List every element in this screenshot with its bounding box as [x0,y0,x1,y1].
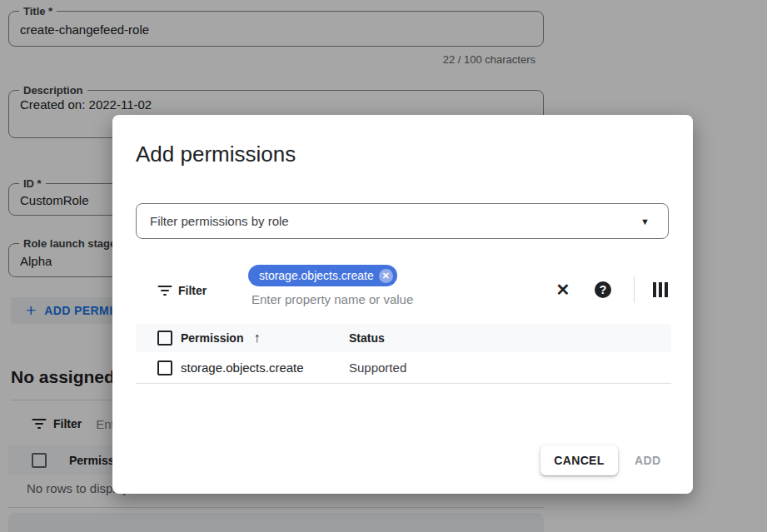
chevron-down-icon: ▼ [640,216,650,226]
filter-chip-label: storage.objects.create [259,269,374,282]
help-icon: ? [595,281,611,298]
help-button[interactable]: ? [588,275,618,305]
status-column-header[interactable]: Status [349,331,671,345]
add-permissions-dialog: Add permissions Filter permissions by ro… [112,115,693,494]
row-permission-cell: storage.objects.create [181,360,349,375]
dialog-filter-group[interactable]: Filter [157,284,207,297]
add-button[interactable]: ADD [635,445,660,475]
column-options-button[interactable] [645,275,675,305]
select-all-checkbox[interactable] [157,331,172,346]
sort-ascending-icon[interactable]: ↑ [253,331,260,346]
close-icon: ✕ [556,280,570,300]
dialog-title: Add permissions [136,142,296,167]
permissions-table: Permission ↑ Status storage.objects.crea… [136,324,671,384]
dialog-filter-toolbar: Filter storage.objects.create ✕ ✕ ? [136,261,671,325]
dialog-filter-label: Filter [178,284,207,297]
permission-column-header[interactable]: Permission [181,331,243,345]
chip-remove-icon[interactable]: ✕ [379,269,393,283]
row-status-cell: Supported [349,360,671,375]
dialog-filter-input[interactable] [252,292,468,306]
filter-permissions-by-role-select[interactable]: Filter permissions by role ▼ [136,203,669,239]
filter-icon [157,286,172,296]
filter-chip[interactable]: storage.objects.create ✕ [248,265,397,286]
row-checkbox[interactable] [157,360,172,375]
toolbar-divider [634,276,635,303]
clear-filter-button[interactable]: ✕ [548,275,578,305]
permissions-table-header: Permission ↑ Status [136,324,671,352]
role-select-placeholder: Filter permissions by role [150,214,640,228]
table-row[interactable]: storage.objects.create Supported [136,352,671,384]
columns-icon [653,282,668,297]
cancel-button[interactable]: CANCEL [540,445,618,475]
